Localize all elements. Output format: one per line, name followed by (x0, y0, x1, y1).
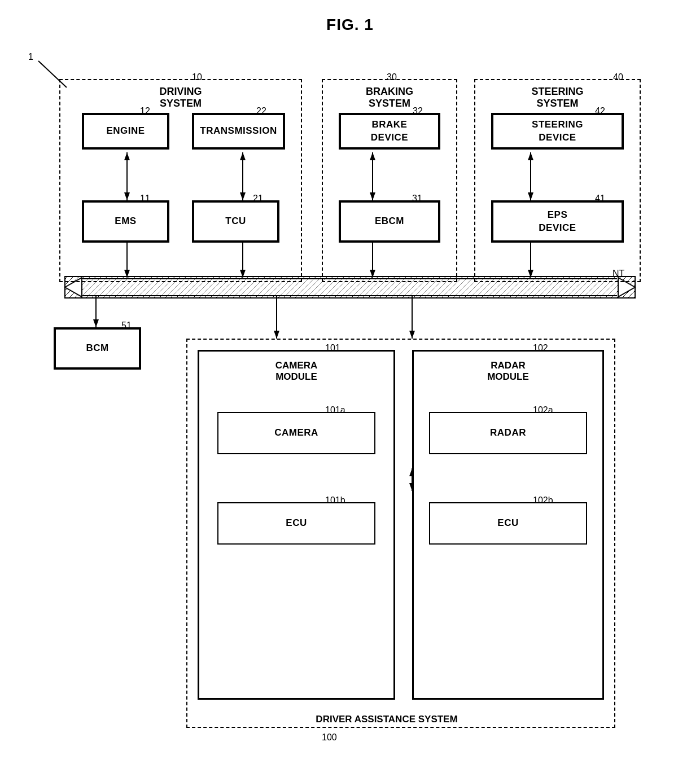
ref-42: 42 (595, 106, 605, 116)
ref-31: 31 (412, 194, 422, 204)
figure-title: FIG. 1 (326, 16, 374, 34)
svg-marker-26 (93, 319, 99, 327)
tcu-box: TCU (192, 200, 279, 243)
radar-box: RADAR (429, 412, 587, 454)
transmission-label: TRANSMISSION (200, 125, 277, 137)
ref-30: 30 (387, 72, 397, 82)
ref-102b: 102b (533, 495, 553, 506)
eps-device-label: EPS DEVICE (539, 209, 576, 234)
svg-marker-30 (409, 331, 415, 339)
ref-100: 100 (322, 732, 337, 743)
eps-device-box: EPS DEVICE (491, 200, 624, 243)
ref-11: 11 (140, 194, 150, 204)
ref-101b: 101b (325, 495, 345, 506)
ref-101a: 101a (325, 405, 345, 415)
camera-label: CAMERA (274, 427, 318, 439)
camera-box: CAMERA (217, 412, 375, 454)
ebcm-box: EBCM (339, 200, 440, 243)
ref-51: 51 (121, 321, 132, 331)
svg-marker-28 (274, 331, 279, 339)
ecu-right-label: ECU (497, 517, 518, 529)
braking-system-box: BRAKING SYSTEM (322, 79, 457, 282)
steering-system-box: STEERING SYSTEM (474, 79, 641, 282)
ref-10: 10 (192, 72, 202, 82)
diagram: FIG. 1 1 (0, 0, 700, 768)
ecu-left-label: ECU (286, 517, 307, 529)
ref-12: 12 (140, 106, 150, 116)
ems-label: EMS (115, 215, 136, 227)
steering-device-box: STEERING DEVICE (491, 113, 624, 150)
camera-module-label: CAMERA MODULE (275, 360, 318, 383)
bcm-label: BCM (86, 342, 108, 354)
steering-system-label: STEERING SYSTEM (531, 86, 583, 109)
braking-system-label: BRAKING SYSTEM (366, 86, 413, 109)
ref-32: 32 (413, 106, 423, 116)
driving-system-label: DRIVING SYSTEM (159, 86, 202, 109)
brake-device-box: BRAKE DEVICE (339, 113, 440, 150)
radar-label: RADAR (490, 427, 526, 439)
ref-1: 1 (28, 52, 33, 62)
ref-102a: 102a (533, 405, 553, 415)
engine-box: ENGINE (82, 113, 169, 150)
ref-101: 101 (325, 343, 340, 353)
bcm-box: BCM (54, 327, 141, 370)
transmission-box: TRANSMISSION (192, 113, 285, 150)
ecu-right-box: ECU (429, 502, 587, 545)
steering-device-label: STEERING DEVICE (532, 119, 583, 143)
engine-label: ENGINE (106, 125, 145, 137)
ref-41: 41 (595, 194, 605, 204)
ebcm-label: EBCM (375, 215, 404, 227)
driver-assistance-label: DRIVER ASSISTANCE SYSTEM (198, 714, 576, 725)
radar-module-label: RADAR MODULE (487, 360, 529, 383)
ref-21: 21 (253, 194, 263, 204)
ems-box: EMS (82, 200, 169, 243)
ecu-left-box: ECU (217, 502, 375, 545)
ref-22: 22 (256, 106, 266, 116)
ref-102: 102 (533, 343, 548, 353)
ref-40: 40 (613, 72, 623, 82)
tcu-label: TCU (225, 215, 246, 227)
brake-device-label: BRAKE DEVICE (371, 119, 408, 143)
